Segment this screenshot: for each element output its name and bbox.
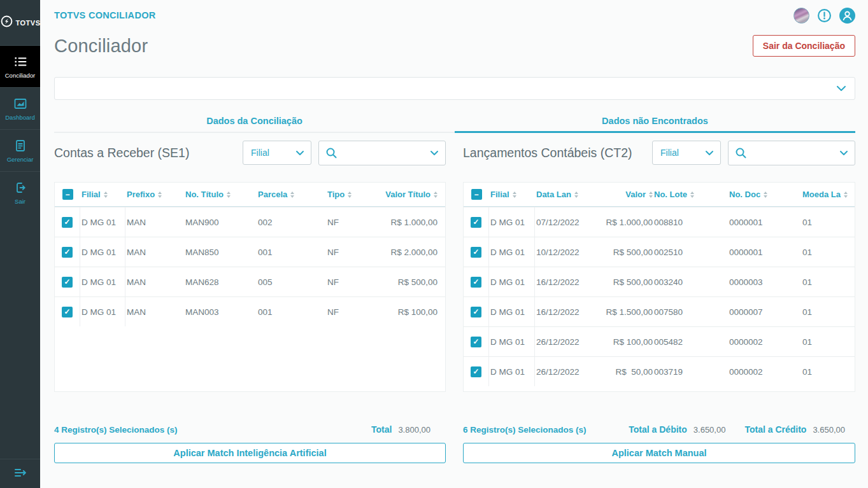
- column-label: Data Lan: [536, 190, 571, 199]
- sort-icon[interactable]: [348, 192, 352, 198]
- column-header[interactable]: Moeda La: [801, 183, 848, 206]
- table-cell: 0000007: [728, 297, 801, 326]
- sidebar-item-sair[interactable]: Sair: [0, 171, 40, 213]
- select-all-checkbox[interactable]: −: [62, 189, 73, 200]
- panels: Contas a Receber (SE1) Filial −FilialPre…: [54, 140, 855, 463]
- search-input[interactable]: [747, 148, 839, 158]
- chevron-down-icon[interactable]: [839, 150, 848, 156]
- table-cell: 005: [257, 267, 326, 296]
- exit-conciliation-button[interactable]: Sair da Conciliação: [753, 35, 855, 57]
- column-header[interactable]: No. Título: [184, 183, 257, 206]
- row-checkbox[interactable]: ✓: [471, 366, 481, 377]
- table-row[interactable]: ✓D MG 0116/12/2022R$ 1.500,0000758000000…: [464, 296, 855, 326]
- search-lookup: [318, 141, 446, 165]
- tab-dados-nao-encontrados[interactable]: Dados não Encontrados: [455, 111, 855, 133]
- apply-match-ai-button[interactable]: Aplicar Match Inteligência Artificial: [54, 443, 446, 463]
- table-cell: MAN: [125, 267, 184, 296]
- row-checkbox[interactable]: ✓: [62, 247, 73, 258]
- table-cell: D MG 01: [80, 297, 125, 326]
- filial-filter-select[interactable]: Filial: [243, 141, 311, 165]
- table-row[interactable]: ✓D MG 01MANMAN900002NFR$ 1.000,00: [55, 207, 445, 237]
- filial-filter-select[interactable]: Filial: [652, 141, 721, 165]
- table-cell: MAN900: [184, 207, 257, 237]
- row-checkbox[interactable]: ✓: [62, 307, 73, 317]
- sidebar-item-dashboard[interactable]: Dashboard: [0, 87, 40, 129]
- column-header[interactable]: Tipo: [326, 183, 380, 206]
- table-cell: 26/12/2022: [535, 327, 599, 356]
- column-header[interactable]: Filial: [80, 183, 125, 206]
- table-row[interactable]: ✓D MG 0116/12/2022R$ 500,000032400000003…: [464, 267, 855, 296]
- sidebar-expand-button[interactable]: [0, 459, 40, 488]
- table-row[interactable]: ✓D MG 01MANMAN850001NFR$ 2.000,00: [55, 237, 445, 267]
- panel-header: Contas a Receber (SE1) Filial: [54, 140, 446, 165]
- sort-icon[interactable]: [104, 192, 108, 198]
- column-header[interactable]: Data Lan: [535, 183, 599, 206]
- table-row[interactable]: ✓D MG 01MANMAN628005NFR$ 500,00: [55, 267, 445, 296]
- totvs-logo: TOTVS: [0, 0, 40, 45]
- column-header[interactable]: Parcela: [257, 183, 326, 206]
- row-checkbox-cell: ✓: [464, 237, 489, 267]
- sort-icon[interactable]: [764, 192, 767, 198]
- column-label: Prefixo: [127, 190, 155, 199]
- table-cell: NF: [326, 237, 380, 267]
- table-cell: R$ 1.000,00: [380, 207, 438, 237]
- user-profile-icon[interactable]: [839, 8, 855, 24]
- row-checkbox[interactable]: ✓: [471, 307, 481, 317]
- row-checkbox[interactable]: ✓: [471, 217, 481, 228]
- sort-icon[interactable]: [434, 192, 438, 198]
- total-debit-label: Total a Débito: [629, 424, 687, 435]
- table-cell: 0000003: [728, 267, 801, 296]
- sort-icon[interactable]: [574, 192, 578, 198]
- sort-icon[interactable]: [844, 192, 848, 198]
- column-label: Filial: [82, 190, 101, 199]
- chart-icon: [13, 97, 28, 111]
- notification-alert-icon[interactable]: [817, 8, 832, 23]
- table-row[interactable]: ✓D MG 0126/12/2022R$ 50,0000371900000020…: [464, 356, 855, 386]
- row-checkbox[interactable]: ✓: [471, 277, 481, 288]
- table-cell: 01: [801, 237, 847, 267]
- table-cell: MAN: [125, 297, 184, 326]
- column-header[interactable]: Filial: [489, 183, 535, 206]
- sort-icon[interactable]: [290, 192, 294, 198]
- row-checkbox-cell: ✓: [55, 237, 80, 267]
- row-checkbox[interactable]: ✓: [471, 337, 481, 347]
- filial-filter-label: Filial: [251, 148, 269, 158]
- select-all-cell: −: [464, 183, 489, 206]
- tabs: Dados da Conciliação Dados não Encontrad…: [54, 111, 855, 133]
- row-checkbox-cell: ✓: [464, 327, 489, 356]
- table-row[interactable]: ✓D MG 0110/12/2022R$ 500,000025100000001…: [464, 237, 855, 267]
- table-row[interactable]: ✓D MG 01MANMAN003001NFR$ 100,00: [55, 296, 445, 326]
- select-all-checkbox[interactable]: −: [471, 189, 482, 200]
- column-header[interactable]: Valor Título: [380, 183, 438, 206]
- row-checkbox[interactable]: ✓: [62, 217, 73, 228]
- column-header[interactable]: Valor: [599, 183, 653, 206]
- table-row[interactable]: ✓D MG 0107/12/2022R$ 1.000,0000881000000…: [464, 207, 855, 237]
- sort-icon[interactable]: [513, 192, 516, 198]
- sidebar-item-conciliador[interactable]: Conciliador: [0, 45, 40, 87]
- column-header[interactable]: No. Doc: [728, 183, 801, 206]
- sidebar: TOTVS Conciliador: [0, 0, 40, 488]
- table-cell: R$ 500,00: [599, 237, 653, 267]
- table-cell: 10/12/2022: [535, 237, 599, 267]
- sidebar-item-gerenciar[interactable]: Gerenciar: [0, 129, 40, 171]
- sort-icon[interactable]: [227, 192, 231, 198]
- panel-header: Lançamentos Contábeis (CT2) Filial: [463, 140, 855, 165]
- apply-match-manual-button[interactable]: Aplicar Match Manual: [463, 443, 855, 463]
- selected-count: 6 Registro(s) Selecionados (s): [463, 425, 587, 435]
- table-cell: MAN: [125, 207, 184, 237]
- table-row[interactable]: ✓D MG 0126/12/2022R$ 100,000054820000002…: [464, 326, 855, 356]
- column-header[interactable]: No. Lote: [653, 183, 728, 206]
- sort-icon[interactable]: [690, 192, 694, 198]
- brand-avatar[interactable]: [793, 8, 809, 24]
- sort-icon[interactable]: [158, 192, 162, 198]
- tab-dados-da-conciliacao[interactable]: Dados da Conciliação: [54, 111, 455, 133]
- chevron-down-icon[interactable]: [430, 150, 439, 156]
- filter-collapse-panel[interactable]: [54, 77, 855, 100]
- table-cell: 07/12/2022: [535, 207, 599, 237]
- table-cell: R$ 1.500,00: [599, 297, 653, 326]
- row-checkbox[interactable]: ✓: [471, 247, 481, 258]
- search-input[interactable]: [338, 148, 430, 158]
- row-checkbox-cell: ✓: [55, 207, 80, 237]
- row-checkbox[interactable]: ✓: [62, 277, 73, 288]
- column-header[interactable]: Prefixo: [125, 183, 184, 206]
